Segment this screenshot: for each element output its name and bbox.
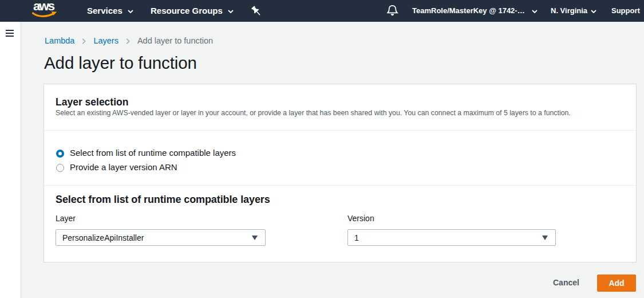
svg-text:aws: aws	[33, 0, 55, 13]
